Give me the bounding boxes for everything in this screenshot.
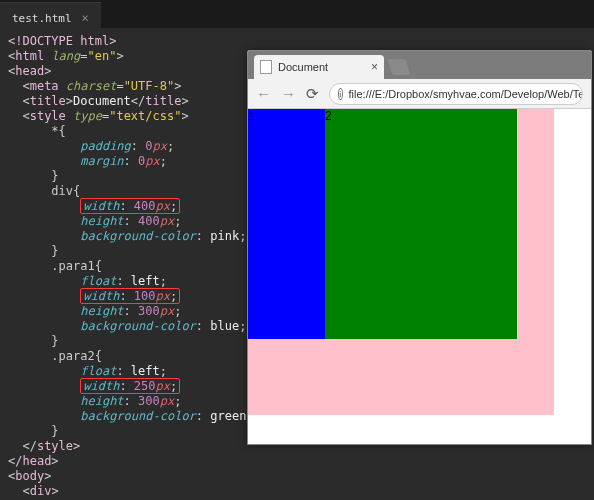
browser-window: Document × ← → ⟳ i file:///E:/Dropbox/sm… [247,50,592,445]
close-icon[interactable]: × [82,11,89,25]
tab-filename: test.html [12,12,72,25]
highlight-box: width: 250px; [80,378,180,394]
browser-tab-title: Document [278,61,328,73]
address-bar[interactable]: i file:///E:/Dropbox/smyhvae.com/Develop… [329,83,583,105]
editor-tabbar: test.html × [0,0,594,28]
rendered-div: 1 2 [248,109,554,415]
editor-tab[interactable]: test.html × [0,2,101,28]
url-text: file:///E:/Dropbox/smyhvae.com/Develop/W… [349,88,583,100]
info-icon[interactable]: i [338,88,343,100]
browser-toolbar: ← → ⟳ i file:///E:/Dropbox/smyhvae.com/D… [248,79,591,109]
close-icon[interactable]: × [371,60,378,74]
reload-button[interactable]: ⟳ [306,85,319,103]
highlight-box: width: 100px; [80,288,180,304]
forward-button[interactable]: → [281,85,296,102]
back-button[interactable]: ← [256,85,271,102]
browser-tabbar: Document × [248,51,591,79]
rendered-para2: 2 [325,109,517,339]
document-icon [260,60,272,74]
browser-tab[interactable]: Document × [254,55,384,79]
highlight-box: width: 400px; [80,198,180,214]
code-line: <!DOCTYPE html> [8,34,116,48]
new-tab-button[interactable] [387,59,410,75]
browser-viewport: 1 2 [248,109,591,444]
rendered-para1: 1 [248,109,325,339]
